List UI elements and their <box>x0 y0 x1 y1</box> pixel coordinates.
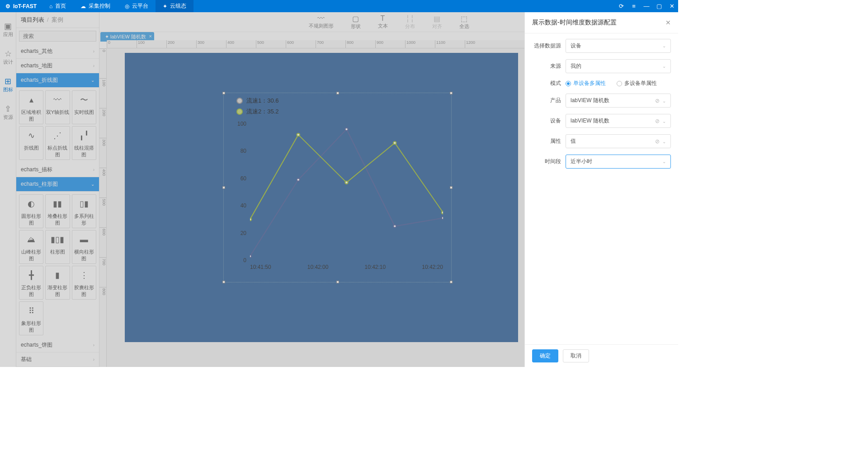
side-panel: 项目列表/案例 echarts_其他› echarts_地图› echarts_… <box>16 12 99 367</box>
chevron-down-icon: ⌄ <box>662 99 666 103</box>
tool-selectall[interactable]: ⬚全选 <box>459 14 469 30</box>
chevron-down-icon: ⌄ <box>91 78 94 83</box>
breadcrumb-sub: 案例 <box>52 16 63 23</box>
thumb-realtime[interactable]: 〜实时线图 <box>72 90 96 124</box>
dot-icon <box>236 108 243 115</box>
group-pie[interactable]: echarts_饼图› <box>16 338 99 352</box>
maximize-icon[interactable]: ▢ <box>653 3 665 9</box>
svg-point-3 <box>393 225 396 227</box>
radio-mode-a[interactable]: 单设备多属性 <box>566 80 606 87</box>
svg-point-0 <box>250 255 251 258</box>
search-input[interactable] <box>19 31 96 42</box>
refresh-icon[interactable]: ⟳ <box>615 3 627 9</box>
platform-icon: ◎ <box>125 3 129 9</box>
thumb-line[interactable]: ∿折线图 <box>19 126 43 160</box>
nav-cloud[interactable]: ◎云平台 <box>118 0 156 12</box>
svg-point-6 <box>297 133 300 136</box>
clear-icon[interactable]: ⊘ <box>655 138 660 145</box>
label-mode: 模式 <box>532 80 561 87</box>
ruler-vertical: 0100200300400500600700800 <box>99 48 107 367</box>
thumb-stackbar[interactable]: ▮▮堆叠柱形图 <box>45 194 70 228</box>
select-source[interactable]: 我的⌄ <box>566 59 671 73</box>
tool-align[interactable]: ▤对齐 <box>432 14 442 30</box>
rail-app[interactable]: ▣应用 <box>3 21 13 38</box>
group-other[interactable]: echarts_其他› <box>16 44 99 59</box>
thumb-gradbar[interactable]: ▮渐变柱形图 <box>45 266 70 300</box>
svg-point-1 <box>297 179 300 181</box>
thumb-hbar[interactable]: ▬横向柱形图 <box>72 230 96 264</box>
select-product[interactable]: labVIEW 随机数⊘⌄ <box>566 94 671 108</box>
x-axis: 10:41:5010:42:0010:42:1010:42:20 <box>250 264 443 270</box>
group-line[interactable]: echarts_折线图⌄ <box>16 73 99 88</box>
rail-resource[interactable]: ⇪资源 <box>3 104 13 121</box>
config-icon: ✦ <box>163 3 167 9</box>
thumb-dualy[interactable]: 〰双Y轴折线 <box>45 90 70 124</box>
nav-home[interactable]: ⌂首页 <box>42 0 73 12</box>
panel-close-icon[interactable]: ✕ <box>665 19 671 26</box>
tab-close-icon[interactable]: × <box>149 33 151 39</box>
clear-icon[interactable]: ⊘ <box>655 118 660 124</box>
clear-icon[interactable]: ⊘ <box>655 98 660 104</box>
select-attr[interactable]: 值⊘⌄ <box>566 134 671 148</box>
plot-area <box>250 124 443 260</box>
select-device[interactable]: labVIEW 随机数⊘⌄ <box>566 114 671 128</box>
svg-point-4 <box>442 216 443 219</box>
thumb-markline[interactable]: ⋰标点折线图 <box>45 126 70 160</box>
dot-icon <box>236 98 243 104</box>
breadcrumb-root[interactable]: 项目列表 <box>21 16 44 23</box>
thumb-multibar[interactable]: ▯▮多系列柱形 <box>72 194 96 228</box>
line-chart: 流速1：30.6 流速2：35.2 100 80 60 40 20 0 <box>227 97 448 278</box>
tool-distribute[interactable]: ╎╎分布 <box>405 14 415 30</box>
thumb-pnbar[interactable]: ╋正负柱形图 <box>19 266 43 300</box>
select-period[interactable]: 近半小时⌄ <box>566 155 671 169</box>
tool-shape[interactable]: ▢形状 <box>351 14 361 30</box>
group-bar[interactable]: echarts_柱形图⌄ <box>16 177 99 192</box>
panel-footer: 确定 取消 <box>525 344 678 367</box>
cloud-icon: ☁ <box>80 3 86 9</box>
ok-button[interactable]: 确定 <box>532 349 558 362</box>
chevron-down-icon: ⌄ <box>662 64 666 69</box>
config-panel: 展示数据-时间维度数据源配置 ✕ 选择数据源设备⌄ 来源我的⌄ 模式 单设备多属… <box>524 12 678 367</box>
chevron-right-icon: › <box>93 167 94 172</box>
thumb-bar[interactable]: ▮▯▮柱形图 <box>45 230 70 264</box>
nav-config[interactable]: ✦云组态 <box>156 0 193 12</box>
cancel-button[interactable]: 取消 <box>563 349 589 362</box>
radio-mode-b[interactable]: 多设备单属性 <box>617 80 657 87</box>
select-datasource[interactable]: 设备⌄ <box>566 39 671 53</box>
label-period: 时间段 <box>532 158 561 165</box>
thumb-pictobar[interactable]: ⠿象形柱形图 <box>19 301 43 335</box>
window-controls: ⟳ ≡ — ▢ ✕ <box>615 3 678 9</box>
menu-icon[interactable]: ≡ <box>627 3 640 9</box>
chevron-right-icon: › <box>93 357 94 362</box>
svg-point-8 <box>393 141 396 144</box>
thumb-area[interactable]: ▴区域堆积图 <box>19 90 43 124</box>
artboard[interactable]: 流速1：30.6 流速2：35.2 100 80 60 40 20 0 <box>125 53 518 342</box>
thumb-mixed[interactable]: ╻╹线柱混搭图 <box>72 126 96 160</box>
group-gauge[interactable]: echarts_描标› <box>16 163 99 177</box>
panel-body: 选择数据源设备⌄ 来源我的⌄ 模式 单设备多属性 多设备单属性 产品labVIE… <box>525 33 678 344</box>
nav-collect[interactable]: ☁采集控制 <box>73 0 118 12</box>
thumbs-line: ▴区域堆积图 〰双Y轴折线 〜实时线图 ∿折线图 ⋰标点折线图 ╻╹线柱混搭图 <box>16 88 99 163</box>
label-product: 产品 <box>532 97 561 104</box>
thumb-circlebar[interactable]: ◐圆形柱形图 <box>19 194 43 228</box>
square-icon: ▢ <box>351 14 361 23</box>
minimize-icon[interactable]: — <box>640 3 653 9</box>
close-icon[interactable]: ✕ <box>665 3 678 9</box>
logo-icon: ⚙ <box>5 3 10 9</box>
wave-icon: 〰 <box>309 14 334 23</box>
tool-irregular[interactable]: 〰不规则图形 <box>309 14 334 29</box>
thumb-capbar[interactable]: ⋮胶囊柱形图 <box>72 266 96 300</box>
text-icon: T <box>378 14 388 23</box>
tool-text[interactable]: T文本 <box>378 14 388 29</box>
svg-point-5 <box>250 218 251 221</box>
selection-box[interactable]: 流速1：30.6 流速2：35.2 100 80 60 40 20 0 <box>223 93 452 282</box>
rail-design[interactable]: ☆设计 <box>3 49 13 66</box>
thumb-peakbar[interactable]: ⛰山峰柱形图 <box>19 230 43 264</box>
breadcrumb: 项目列表/案例 <box>16 12 99 28</box>
group-basic[interactable]: 基础› <box>16 352 99 367</box>
chevron-right-icon: › <box>93 63 94 68</box>
panel-title: 展示数据-时间维度数据源配置 <box>532 19 617 27</box>
group-map[interactable]: echarts_地图› <box>16 59 99 73</box>
rail-icon[interactable]: ⊞图标 <box>3 76 13 93</box>
panel-header: 展示数据-时间维度数据源配置 ✕ <box>525 12 678 33</box>
